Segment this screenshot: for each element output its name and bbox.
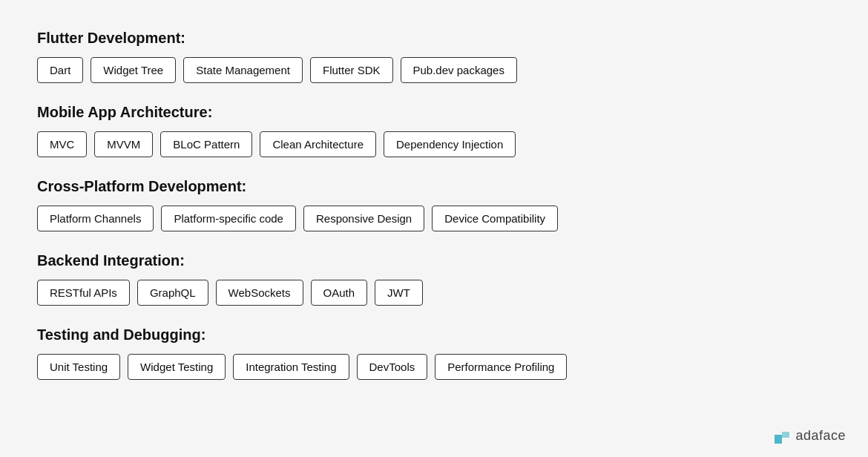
tags-backend-integration: RESTful APIsGraphQLWebSocketsOAuthJWT bbox=[37, 280, 831, 306]
section-testing-and-debugging: Testing and Debugging:Unit TestingWidget… bbox=[37, 326, 831, 380]
section-title-mobile-app-architecture: Mobile App Architecture: bbox=[37, 104, 831, 121]
tag-item: DevTools bbox=[357, 354, 428, 380]
section-title-testing-and-debugging: Testing and Debugging: bbox=[37, 326, 831, 343]
tag-item: Integration Testing bbox=[233, 354, 349, 380]
svg-rect-0 bbox=[775, 435, 782, 444]
tag-item: Dependency Injection bbox=[384, 131, 516, 157]
tag-item: WebSockets bbox=[216, 280, 303, 306]
tag-item: Dart bbox=[37, 57, 83, 83]
section-flutter-development: Flutter Development:DartWidget TreeState… bbox=[37, 30, 831, 83]
tag-item: Flutter SDK bbox=[310, 57, 393, 83]
tag-item: Device Compatibility bbox=[432, 206, 558, 231]
tag-item: Performance Profiling bbox=[435, 354, 567, 380]
tag-item: Platform-specific code bbox=[161, 206, 296, 231]
tag-item: BLoC Pattern bbox=[160, 131, 252, 157]
section-cross-platform-development: Cross-Platform Development:Platform Chan… bbox=[37, 178, 831, 231]
section-mobile-app-architecture: Mobile App Architecture:MVCMVVMBLoC Patt… bbox=[37, 104, 831, 157]
tag-item: JWT bbox=[375, 280, 423, 306]
tag-item: RESTful APIs bbox=[37, 280, 130, 306]
section-backend-integration: Backend Integration:RESTful APIsGraphQLW… bbox=[37, 252, 831, 306]
tags-testing-and-debugging: Unit TestingWidget TestingIntegration Te… bbox=[37, 354, 831, 380]
tag-item: Pub.dev packages bbox=[401, 57, 517, 83]
adaface-logo-icon bbox=[775, 429, 789, 444]
tag-item: MVVM bbox=[94, 131, 153, 157]
tags-mobile-app-architecture: MVCMVVMBLoC PatternClean ArchitectureDep… bbox=[37, 131, 831, 157]
svg-rect-1 bbox=[782, 432, 789, 438]
tag-item: Platform Channels bbox=[37, 206, 154, 231]
section-title-flutter-development: Flutter Development: bbox=[37, 30, 831, 47]
tags-flutter-development: DartWidget TreeState ManagementFlutter S… bbox=[37, 57, 831, 83]
main-content: Flutter Development:DartWidget TreeState… bbox=[0, 0, 868, 430]
tag-item: GraphQL bbox=[137, 280, 208, 306]
tag-item: MVC bbox=[37, 131, 87, 157]
tag-item: Clean Architecture bbox=[260, 131, 376, 157]
tags-cross-platform-development: Platform ChannelsPlatform-specific codeR… bbox=[37, 206, 831, 231]
branding: adaface bbox=[775, 428, 846, 444]
section-title-backend-integration: Backend Integration: bbox=[37, 252, 831, 269]
tag-item: Widget Tree bbox=[91, 57, 176, 83]
tag-item: State Management bbox=[183, 57, 303, 83]
branding-text: adaface bbox=[795, 428, 846, 444]
tag-item: OAuth bbox=[311, 280, 368, 306]
tag-item: Widget Testing bbox=[128, 354, 226, 380]
tag-item: Responsive Design bbox=[303, 206, 424, 231]
tag-item: Unit Testing bbox=[37, 354, 120, 380]
section-title-cross-platform-development: Cross-Platform Development: bbox=[37, 178, 831, 195]
